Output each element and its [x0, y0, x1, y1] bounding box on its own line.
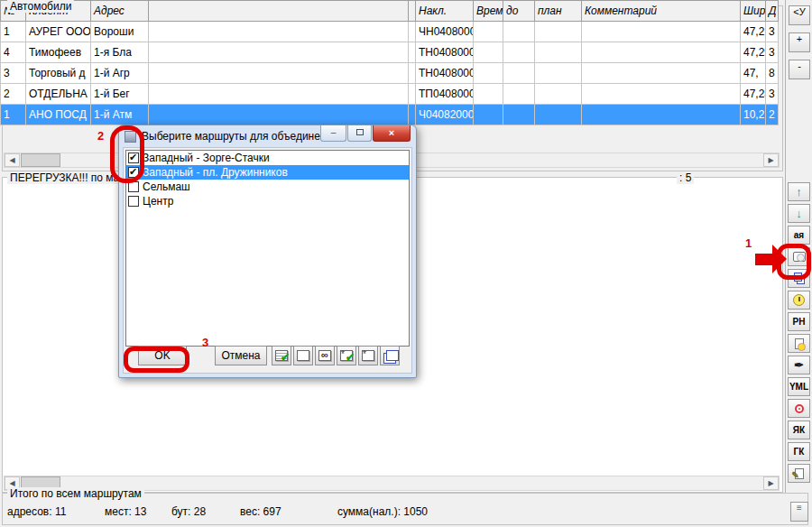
cell[interactable] — [535, 84, 582, 105]
yak-icon[interactable]: ЯК — [788, 421, 810, 439]
gk-icon[interactable]: ГК — [788, 442, 810, 461]
cell[interactable] — [535, 42, 582, 63]
cell[interactable]: 47,28 — [741, 84, 766, 105]
remove-route-button[interactable]: - — [789, 60, 810, 79]
cell[interactable]: 47,29 — [741, 42, 766, 63]
cell[interactable] — [149, 22, 409, 42]
cell[interactable]: 10,2 — [741, 105, 766, 125]
column-header[interactable]: Адрес — [91, 1, 149, 22]
cell[interactable] — [409, 22, 416, 42]
cell[interactable] — [474, 63, 503, 84]
table-row[interactable]: 1АУРЕГ ОООВорошиЧН040800047,23 — [1, 22, 779, 42]
copy-route-icon[interactable] — [788, 269, 810, 288]
cell[interactable] — [535, 105, 582, 125]
cell[interactable] — [409, 105, 416, 125]
cell[interactable] — [474, 22, 503, 42]
cell[interactable]: 4 — [1, 42, 26, 63]
checkbox-icon[interactable] — [128, 196, 139, 207]
table-row[interactable]: 1АНО ПОСД1-й АтмЧ0408200010,22 — [1, 105, 779, 125]
cell[interactable] — [149, 63, 409, 84]
cell[interactable]: 1 — [1, 22, 26, 42]
cell[interactable] — [409, 84, 416, 105]
doc-note-icon[interactable] — [788, 334, 810, 353]
maximize-button[interactable] — [347, 125, 372, 142]
table-row[interactable]: 4Тимофеев1-я БлаТН040800047,293 — [1, 42, 779, 63]
cell[interactable] — [409, 42, 416, 63]
check-all-button[interactable] — [272, 346, 291, 365]
check-found-button[interactable] — [337, 346, 356, 365]
add-route-button[interactable]: + — [789, 32, 810, 52]
cell[interactable] — [582, 42, 741, 63]
cell[interactable] — [503, 22, 535, 42]
minimize-button[interactable]: – — [320, 125, 346, 142]
cell[interactable] — [503, 84, 535, 105]
table-row[interactable]: 3Торговый д1-й АгрТН040800047,8 — [1, 63, 779, 84]
scroll-left-icon[interactable]: ◀ — [5, 153, 20, 167]
cell[interactable]: АНО ПОСД — [26, 105, 91, 125]
scroll-right-icon[interactable]: ▶ — [763, 153, 779, 167]
close-icon[interactable]: × — [373, 125, 411, 142]
cell[interactable]: 3 — [766, 42, 779, 63]
copy-list-button[interactable] — [380, 346, 400, 365]
cell[interactable]: 1-й Агр — [91, 63, 149, 84]
cell[interactable] — [474, 105, 503, 125]
cell[interactable] — [582, 105, 741, 125]
cell[interactable]: 1-й Атм — [91, 105, 149, 125]
scroll-right-icon[interactable]: ▶ — [763, 476, 779, 490]
cell[interactable] — [503, 63, 535, 84]
collapse-button[interactable]: <У — [789, 5, 810, 25]
checkbox-icon[interactable] — [128, 181, 139, 192]
comet-icon[interactable]: ✒ — [788, 356, 810, 374]
cell[interactable]: ТП0408000 — [416, 84, 474, 105]
cell[interactable]: Тимофеев — [26, 42, 91, 63]
column-header[interactable]: план — [535, 1, 582, 22]
move-down-icon[interactable]: ↓ — [788, 204, 810, 223]
cell[interactable]: 1 — [1, 105, 26, 125]
mark-found-button[interactable] — [358, 346, 378, 365]
column-header[interactable]: Комментарий — [582, 1, 741, 22]
cell[interactable] — [535, 22, 582, 42]
cell[interactable] — [149, 42, 409, 63]
column-header[interactable]: Накл. — [416, 1, 474, 22]
cell[interactable]: 3 — [766, 22, 779, 42]
cell[interactable]: Ч04082000 — [416, 105, 474, 125]
checkbox-icon[interactable] — [128, 167, 139, 178]
column-header[interactable]: Д — [766, 1, 779, 22]
cell[interactable]: ОТДЕЛЬНА — [26, 84, 91, 105]
cell[interactable]: Вороши — [91, 22, 149, 42]
cell[interactable] — [503, 42, 535, 63]
clock-icon[interactable] — [788, 291, 810, 310]
route-checkbox-item[interactable]: Западный - пл. Дружинников — [126, 165, 409, 180]
find-button[interactable] — [315, 346, 335, 365]
cell[interactable]: 2 — [766, 105, 779, 125]
cell[interactable] — [503, 105, 535, 125]
cell[interactable]: 1-я Бла — [91, 42, 149, 63]
cell[interactable] — [149, 84, 409, 105]
column-header[interactable]: Шир, — [741, 1, 766, 22]
merge-routes-icon[interactable] — [788, 247, 810, 266]
route-checkbox-item[interactable]: Сельмаш — [126, 180, 409, 194]
cell[interactable] — [474, 42, 503, 63]
cell[interactable]: 47, — [741, 63, 766, 84]
uncheck-all-button[interactable] — [293, 346, 313, 365]
route-checkbox-item[interactable]: Западный - Зорге-Стачки — [126, 151, 409, 165]
cell[interactable] — [535, 63, 582, 84]
column-header[interactable]: до — [503, 1, 535, 22]
cell[interactable] — [582, 63, 741, 84]
doc-edit-icon[interactable] — [788, 464, 810, 483]
cell[interactable] — [149, 105, 409, 125]
cell[interactable]: 8 — [766, 63, 779, 84]
cell[interactable]: 3 — [766, 84, 779, 105]
column-header[interactable] — [409, 1, 416, 22]
cancel-button[interactable]: Отмена — [215, 346, 267, 365]
cell[interactable]: ЧН0408000 — [416, 22, 474, 42]
scroll-thumb[interactable] — [21, 153, 60, 167]
cell[interactable]: 3 — [1, 63, 26, 84]
column-header[interactable] — [149, 1, 409, 22]
cell[interactable]: 2 — [1, 84, 26, 105]
cell[interactable]: ТН0408000 — [416, 63, 474, 84]
cell[interactable]: АУРЕГ ООО — [26, 22, 91, 42]
cell[interactable]: 47,2 — [741, 22, 766, 42]
column-header[interactable]: Время — [474, 1, 503, 22]
cell[interactable]: ТН0408000 — [416, 42, 474, 63]
